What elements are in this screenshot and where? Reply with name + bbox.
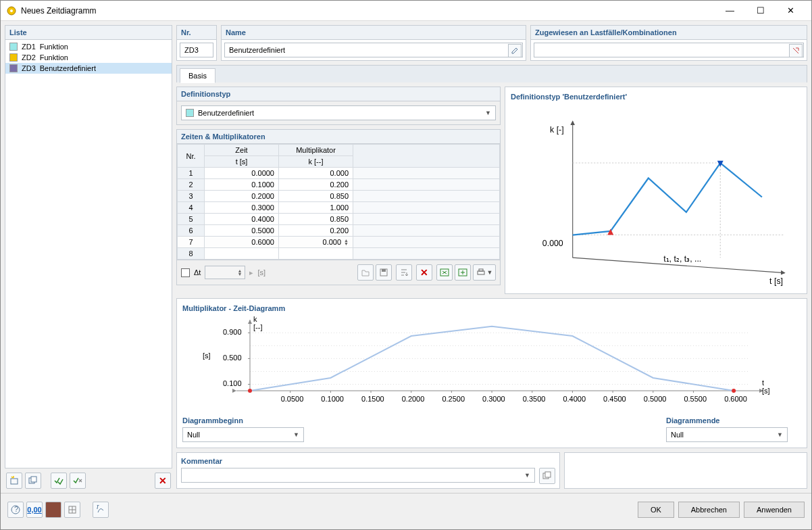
diag-begin-value: Null [187, 431, 200, 439]
definition-preview-panel: Definitionstyp 'Benutzerdefiniert' k [-]… [505, 87, 807, 294]
diag-begin-select[interactable]: Null▼ [182, 427, 304, 442]
svg-text:0.3000: 0.3000 [482, 395, 505, 403]
ok-button[interactable]: OK [638, 502, 674, 518]
svg-text:[--]: [--] [253, 323, 262, 331]
delta-t-checkbox[interactable] [181, 268, 190, 277]
deftype-header: Definitionstyp [176, 87, 501, 101]
delta-unit: [s] [257, 268, 265, 276]
svg-text:0.2000: 0.2000 [402, 395, 425, 403]
svg-text:0.500: 0.500 [223, 354, 242, 362]
new-item-button[interactable] [6, 473, 22, 489]
svg-text:0.900: 0.900 [223, 328, 242, 336]
svg-text:t: t [762, 379, 764, 387]
delta-t-field[interactable]: ▲▼ [205, 266, 245, 279]
spinner-icon: ▲▼ [237, 269, 242, 276]
units-button[interactable]: 0,00 [26, 502, 43, 518]
item-label: Funktion [40, 53, 68, 62]
table-header: Zeiten & Multiplikatoren [176, 129, 501, 144]
svg-point-59 [732, 389, 736, 393]
svg-rect-9 [478, 271, 484, 274]
save-button[interactable] [376, 264, 392, 281]
color-chip [9, 53, 18, 62]
name-header: Name [222, 26, 526, 40]
svg-text:0.0500: 0.0500 [281, 395, 304, 403]
col-nr: Nr. [178, 145, 205, 168]
item-id: ZD2 [22, 53, 36, 62]
window-title: Neues Zeitdiagramm [21, 6, 715, 16]
name-field[interactable]: Benutzerdefiniert [224, 43, 523, 57]
main-chart: k[--]0.1000.5000.900[s]0.05000.10000.150… [182, 316, 777, 411]
comment-library-button[interactable] [539, 468, 555, 484]
function-button[interactable]: f [93, 502, 109, 518]
extra-panel [564, 452, 807, 489]
svg-rect-6 [382, 269, 386, 272]
table-row[interactable]: 30.20000.850 [178, 191, 500, 202]
assigned-field[interactable] [534, 43, 804, 57]
close-button[interactable]: ✕ [776, 1, 806, 20]
assigned-pick-button[interactable] [789, 44, 803, 57]
svg-text:0.1000: 0.1000 [321, 395, 344, 403]
spinner-icon[interactable]: ▲▼ [344, 239, 349, 245]
comment-field[interactable]: ▼ [181, 468, 535, 483]
deftype-select[interactable]: Benutzerdefiniert ▼ [181, 105, 496, 120]
maximize-button[interactable]: ☐ [745, 1, 776, 20]
list-item[interactable]: ZD3Benutzerdefiniert [5, 63, 172, 74]
sort-button[interactable] [396, 264, 412, 281]
cancel-button[interactable]: Abbrechen [678, 502, 740, 518]
edit-name-button[interactable] [508, 44, 522, 57]
item-id: ZD1 [22, 43, 36, 51]
help-button[interactable]: ? [7, 502, 24, 518]
export-excel-button[interactable] [436, 264, 453, 281]
delete-row-button[interactable]: ✕ [416, 264, 432, 281]
diag-end-value: Null [671, 431, 684, 439]
preview-title: Definitionstyp 'Benutzerdefiniert' [511, 93, 801, 101]
svg-text:[s]: [s] [203, 352, 211, 360]
chevron-down-icon: ▼ [524, 472, 530, 479]
item-label: Funktion [40, 43, 68, 51]
table-row[interactable]: 70.60000.000▲▼ [178, 237, 500, 248]
color-chip [9, 43, 18, 51]
svg-text:0.1500: 0.1500 [361, 395, 384, 403]
diag-end-select[interactable]: Null▼ [666, 427, 788, 442]
assigned-header: Zugewiesen an Lastfälle/Kombinationen [531, 26, 807, 40]
chart-title: Multiplikator - Zeit-Diagramm [182, 304, 801, 312]
color-button[interactable] [45, 502, 61, 518]
check-all-button[interactable] [51, 473, 67, 489]
list-item[interactable]: ZD1Funktion [5, 41, 172, 52]
copy-item-button[interactable] [25, 473, 41, 489]
svg-text:0.4500: 0.4500 [603, 395, 626, 403]
delete-item-button[interactable]: ✕ [155, 473, 171, 489]
grid-button[interactable] [64, 502, 80, 518]
import-excel-button[interactable] [455, 264, 471, 281]
minimize-button[interactable]: — [715, 1, 745, 20]
table-row[interactable]: 50.40000.850 [178, 214, 500, 225]
tab-basis[interactable]: Basis [180, 68, 215, 83]
list-header: Liste [5, 26, 172, 40]
name-value: Benutzerdefiniert [229, 46, 285, 54]
assigned-panel: Zugewiesen an Lastfälle/Kombinationen [530, 25, 807, 61]
table-row[interactable]: 8 [178, 248, 500, 260]
comment-label: Kommentar [181, 457, 555, 465]
table-row[interactable]: 10.00000.000 [178, 168, 500, 179]
table-row[interactable]: 20.10000.200 [178, 179, 500, 191]
table-row[interactable]: 40.30001.000 [178, 202, 500, 214]
svg-text:?: ? [14, 505, 18, 513]
svg-rect-61 [545, 472, 551, 477]
item-label: Benutzerdefiniert [40, 64, 96, 72]
print-dropdown-button[interactable]: ▼ [473, 264, 496, 281]
app-icon [6, 5, 17, 16]
apply-button[interactable]: Anwenden [744, 502, 805, 518]
svg-text:[s]: [s] [762, 387, 770, 395]
uncheck-all-button[interactable] [70, 473, 86, 489]
open-button[interactable] [357, 264, 374, 281]
tabs: Basis [176, 65, 807, 82]
time-multiplier-table[interactable]: Nr. Zeit Multiplikator t [s] k [--] [177, 144, 500, 260]
diag-begin-label: Diagrammbeginn [182, 416, 639, 425]
list-item[interactable]: ZD2Funktion [5, 52, 172, 63]
table-row[interactable]: 60.50000.200 [178, 225, 500, 237]
svg-text:k: k [253, 316, 257, 323]
col-mult-unit: k [--] [279, 156, 353, 168]
comment-panel: Kommentar ▼ [176, 452, 560, 489]
chevron-down-icon: ▼ [777, 431, 783, 438]
svg-text:0.3500: 0.3500 [523, 395, 546, 403]
